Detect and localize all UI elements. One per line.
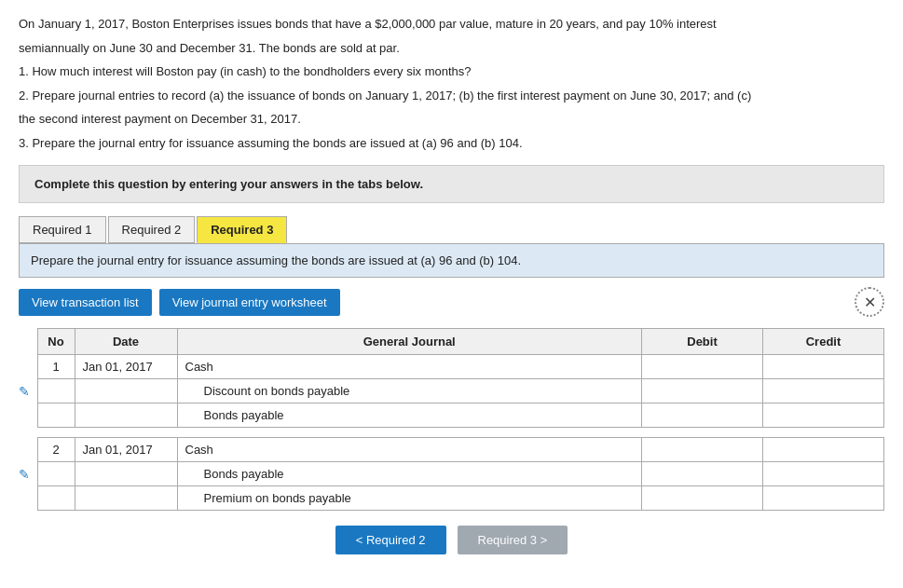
entry-credit-2c[interactable] — [763, 486, 884, 511]
next-button[interactable]: Required 3 > — [458, 526, 568, 554]
entry-gj-2b[interactable]: Bonds payable — [177, 462, 642, 486]
entry-credit-2b[interactable] — [763, 462, 884, 486]
table-row: Discount on bonds payable — [19, 379, 884, 403]
spacer-row — [19, 428, 884, 438]
entry-no-1c — [37, 403, 75, 428]
table-row: Bonds payable — [19, 462, 884, 486]
entry-debit-1b[interactable] — [642, 379, 763, 403]
action-buttons-row: View transaction list View journal entry… — [19, 287, 884, 317]
prev-button[interactable]: < Required 2 — [335, 526, 446, 554]
table-row: Premium on bonds payable — [19, 486, 884, 511]
entry-no-1b — [37, 379, 75, 403]
table-row: Bonds payable — [19, 403, 884, 428]
entry-credit-1c[interactable] — [763, 403, 884, 428]
entry-gj-2c[interactable]: Premium on bonds payable — [177, 486, 642, 511]
entry-no-2c — [37, 486, 75, 511]
tab-required-1[interactable]: Required 1 — [19, 216, 106, 243]
col-header-no: No — [37, 329, 75, 355]
intro-line1: On January 1, 2017, Boston Enterprises i… — [19, 17, 717, 31]
entry-date-1: Jan 01, 2017 — [75, 355, 177, 379]
entry-date-1b — [75, 379, 177, 403]
entry-gj-1a[interactable]: Cash — [177, 355, 642, 379]
close-icon[interactable]: ✕ — [855, 287, 884, 317]
col-header-credit: Credit — [763, 329, 884, 355]
table-row: ✎ 2 Jan 01, 2017 Cash — [19, 438, 884, 462]
instruction-text: Complete this question by entering your … — [34, 177, 423, 191]
entry-gj-1c[interactable]: Bonds payable — [177, 403, 642, 428]
entry-debit-1c[interactable] — [642, 403, 763, 428]
entry-credit-1a[interactable] — [763, 355, 884, 379]
entry-no-2b — [37, 462, 75, 486]
view-transaction-list-button[interactable]: View transaction list — [19, 289, 152, 316]
tab-content-area: Prepare the journal entry for issuance a… — [19, 243, 884, 278]
intro-section: On January 1, 2017, Boston Enterprises i… — [19, 15, 884, 152]
entry-credit-1b[interactable] — [763, 379, 884, 403]
journal-table: No Date General Journal Debit Credit ✎ 1… — [19, 328, 884, 511]
entry-date-2b — [75, 462, 177, 486]
col-header-date: Date — [75, 329, 177, 355]
entry-debit-1a[interactable] — [642, 355, 763, 379]
entry-no-2: 2 — [37, 438, 75, 462]
tab-required-3[interactable]: Required 3 — [197, 216, 287, 243]
tabs-row: Required 1 Required 2 Required 3 — [19, 216, 884, 243]
entry-gj-1b[interactable]: Discount on bonds payable — [177, 379, 642, 403]
table-row: ✎ 1 Jan 01, 2017 Cash — [19, 355, 884, 379]
entry-gj-2a[interactable]: Cash — [177, 438, 642, 462]
col-header-gj: General Journal — [177, 329, 642, 355]
entry-debit-2c[interactable] — [642, 486, 763, 511]
tab-content-text: Prepare the journal entry for issuance a… — [31, 253, 521, 267]
col-header-debit: Debit — [642, 329, 763, 355]
entry-debit-2b[interactable] — [642, 462, 763, 486]
entry-date-1c — [75, 403, 177, 428]
entry-date-2c — [75, 486, 177, 511]
entry-no-1: 1 — [37, 355, 75, 379]
edit-icon-row2[interactable]: ✎ — [19, 467, 30, 482]
question-1: 1. How much interest will Boston pay (in… — [19, 64, 472, 78]
tab-required-2[interactable]: Required 2 — [108, 216, 196, 243]
navigation-buttons: < Required 2 Required 3 > — [19, 526, 884, 554]
question-2a: 2. Prepare journal entries to record (a)… — [19, 89, 751, 103]
intro-line2: semiannually on June 30 and December 31.… — [19, 41, 400, 55]
edit-icon-row1[interactable]: ✎ — [19, 384, 30, 399]
entry-date-2: Jan 01, 2017 — [75, 438, 177, 462]
question-3: 3. Prepare the journal entry for issuanc… — [19, 136, 523, 150]
instruction-box: Complete this question by entering your … — [19, 165, 884, 203]
entry-credit-2a[interactable] — [763, 438, 884, 462]
view-journal-worksheet-button[interactable]: View journal entry worksheet — [159, 289, 340, 316]
question-2b: the second interest payment on December … — [19, 112, 301, 126]
entry-debit-2a[interactable] — [642, 438, 763, 462]
